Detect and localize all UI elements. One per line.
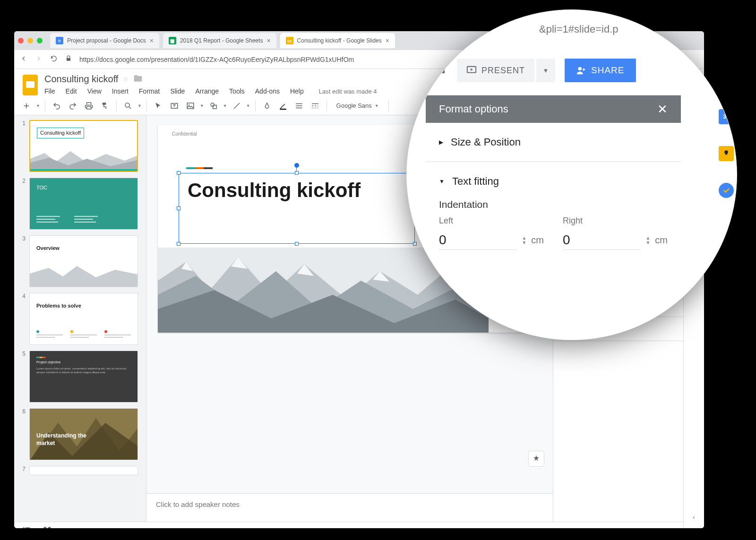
resize-handle[interactable] xyxy=(177,171,180,175)
slides-logo-icon[interactable] xyxy=(22,74,39,96)
chevron-down-icon: ▼ xyxy=(439,178,445,185)
nav-forward-icon[interactable] xyxy=(35,55,43,64)
move-icon[interactable] xyxy=(133,74,143,85)
rotate-handle[interactable] xyxy=(294,163,299,168)
close-icon[interactable]: × xyxy=(266,37,270,44)
share-button[interactable]: SHARE xyxy=(565,59,636,82)
print-icon[interactable] xyxy=(82,99,95,112)
thumb-item[interactable]: 2 TOC xyxy=(19,178,141,230)
thumb-item[interactable]: 6 Understanding the market xyxy=(19,408,141,460)
last-edit-text: Last edit was made 4 xyxy=(319,88,377,95)
tasks-icon[interactable] xyxy=(719,183,734,198)
thumb-slide-7[interactable] xyxy=(29,466,138,475)
calendar-icon[interactable]: 31 xyxy=(719,109,734,124)
border-weight-icon[interactable] xyxy=(292,99,306,112)
line-icon[interactable] xyxy=(230,99,243,112)
close-icon[interactable]: × xyxy=(386,37,389,44)
shape-dropdown[interactable]: ▼ xyxy=(223,103,227,108)
menu-help[interactable]: Help xyxy=(290,87,304,95)
nav-back-icon[interactable] xyxy=(20,55,27,64)
section-text-fitting[interactable]: ▼Text fitting Indentation Left 0 ▲▼ cm R… xyxy=(426,162,681,263)
shape-icon[interactable] xyxy=(207,99,220,112)
menu-arrange[interactable]: Arrange xyxy=(195,87,219,95)
resize-handle[interactable] xyxy=(295,171,299,175)
menu-file[interactable]: File xyxy=(44,87,55,95)
present-button[interactable]: PRESENT xyxy=(457,59,534,82)
layout-dropdown[interactable]: ▼ xyxy=(36,103,40,108)
present-dropdown[interactable]: ▼ xyxy=(536,59,555,82)
menu-insert[interactable]: Insert xyxy=(112,87,129,95)
menu-format[interactable]: Format xyxy=(139,87,160,95)
title-text-box[interactable]: Consulting kickoff xyxy=(179,173,415,244)
speaker-notes[interactable]: Click to add speaker notes xyxy=(146,493,553,522)
menu-addons[interactable]: Add-ons xyxy=(255,87,280,95)
menu-edit[interactable]: Edit xyxy=(66,87,77,95)
slide-confidential: Confidential xyxy=(172,131,197,137)
close-icon[interactable]: ✕ xyxy=(657,102,668,117)
paint-format-icon[interactable] xyxy=(98,99,112,112)
thumb-slide-6[interactable]: Understanding the market xyxy=(29,408,138,460)
font-selector[interactable]: Google Sans▼ xyxy=(332,102,384,109)
menu-view[interactable]: View xyxy=(87,87,102,95)
resize-handle[interactable] xyxy=(177,206,180,210)
url-text[interactable]: https://docs.google.com/presentation/d/1… xyxy=(79,56,354,63)
undo-icon[interactable] xyxy=(50,99,63,112)
sheets-icon: ▦ xyxy=(169,37,176,44)
lens-side-rail: 31 xyxy=(719,109,734,198)
line-dropdown[interactable]: ▼ xyxy=(246,103,250,108)
stepper-icon[interactable]: ▲▼ xyxy=(645,236,650,245)
menu-tools[interactable]: Tools xyxy=(229,87,245,95)
svg-rect-14 xyxy=(48,527,51,529)
indent-left-input[interactable]: 0 xyxy=(439,231,517,250)
fill-color-icon[interactable] xyxy=(260,99,274,112)
thumb-slide-1[interactable]: Consulting kickoff xyxy=(29,120,138,172)
reload-icon[interactable] xyxy=(50,55,58,64)
zoom-icon[interactable] xyxy=(121,99,135,112)
image-icon[interactable] xyxy=(184,99,197,112)
explore-button[interactable] xyxy=(528,451,544,467)
slide-thumbnails: 1 Consulting kickoff 2 TOC 3 xyxy=(14,115,146,522)
resize-handle[interactable] xyxy=(295,242,299,246)
menu-slide[interactable]: Slide xyxy=(170,87,185,95)
thumb-item[interactable]: 7 xyxy=(19,466,141,475)
thumb-item[interactable]: 3 Overview xyxy=(19,235,141,287)
window-zoom[interactable] xyxy=(37,38,43,43)
filmstrip-view-icon[interactable] xyxy=(22,526,31,528)
thumb-item[interactable]: 1 Consulting kickoff xyxy=(19,120,141,172)
grid-view-icon[interactable] xyxy=(43,526,52,528)
border-color-icon[interactable] xyxy=(276,99,290,112)
expand-side-panel-icon[interactable]: ‹ xyxy=(693,514,695,521)
subsection-indentation: Indentation xyxy=(439,199,668,210)
tab-slides-active[interactable]: ▭ Consulting kickoff - Google Slides × xyxy=(280,33,395,48)
slide-title-text[interactable]: Consulting kickoff xyxy=(188,179,406,202)
resize-handle[interactable] xyxy=(413,242,417,246)
close-icon[interactable]: × xyxy=(150,37,154,44)
keep-icon[interactable] xyxy=(719,146,734,161)
zoom-lens: &pli=1#slide=id.p PRESENT ▼ SHARE Format… xyxy=(406,9,737,340)
lens-url-fragment: &pli=1#slide=id.p xyxy=(539,23,619,35)
tab-docs[interactable]: ≡ Project proposal - Google Docs × xyxy=(50,33,159,48)
thumb-slide-2[interactable]: TOC xyxy=(29,178,138,230)
select-tool-icon[interactable] xyxy=(152,99,165,112)
thumb-slide-4[interactable]: Problems to solve xyxy=(29,293,138,345)
document-title[interactable]: Consulting kickoff xyxy=(44,74,118,85)
thumb-item[interactable]: 4 Problems to solve xyxy=(19,293,141,345)
section-size-position[interactable]: ▶Size & Position xyxy=(426,123,681,162)
stepper-icon[interactable]: ▲▼ xyxy=(522,236,526,245)
image-dropdown[interactable]: ▼ xyxy=(200,103,204,108)
window-minimize[interactable] xyxy=(27,38,33,43)
text-box-icon[interactable] xyxy=(168,99,181,112)
svg-rect-8 xyxy=(280,109,286,110)
thumb-slide-3[interactable]: Overview xyxy=(29,235,138,287)
thumb-slide-5[interactable]: Project objective Lorem ipsum dolor sit … xyxy=(29,351,138,403)
indent-right-input[interactable]: 0 xyxy=(563,231,641,250)
window-close[interactable] xyxy=(18,38,24,43)
redo-icon[interactable] xyxy=(66,99,79,112)
tab-sheets[interactable]: ▦ 2018 Q1 Report - Google Sheets × xyxy=(163,33,276,48)
resize-handle[interactable] xyxy=(177,242,180,246)
zoom-dropdown[interactable]: ▼ xyxy=(137,103,142,108)
new-slide-button[interactable] xyxy=(20,99,33,112)
star-icon[interactable]: ☆ xyxy=(123,76,129,83)
thumb-item[interactable]: 5 Project objective Lorem ipsum dolor si… xyxy=(19,351,141,403)
border-dash-icon[interactable] xyxy=(309,99,322,112)
